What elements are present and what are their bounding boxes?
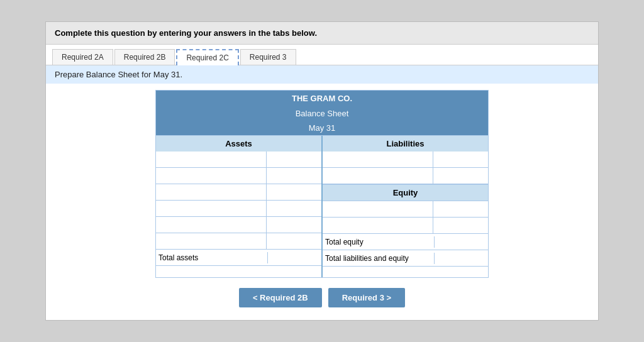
total-assets-input[interactable] bbox=[268, 252, 321, 263]
asset-row-2 bbox=[156, 168, 321, 184]
balance-sheet: THE GRAM CO. Balance Sheet May 31 Assets… bbox=[155, 90, 489, 278]
total-equity-row: Total equity bbox=[323, 234, 488, 250]
asset-value-1[interactable] bbox=[267, 152, 321, 167]
total-liab-equity-label: Total liabilities and equity bbox=[323, 253, 435, 264]
asset-value-input-2[interactable] bbox=[267, 168, 321, 184]
asset-value-input-3[interactable] bbox=[267, 184, 321, 200]
liab-row-2 bbox=[323, 168, 488, 184]
tab-2a[interactable]: Required 2A bbox=[52, 49, 113, 65]
asset-value-input-4[interactable] bbox=[267, 201, 321, 216]
liab-value-input-2[interactable] bbox=[433, 168, 488, 184]
asset-value-2[interactable] bbox=[267, 168, 321, 184]
asset-label-4[interactable] bbox=[156, 201, 267, 216]
asset-value-4[interactable] bbox=[267, 201, 321, 216]
bs-columns-header: Assets Liabilities bbox=[156, 135, 488, 152]
liab-label-input-2[interactable] bbox=[323, 168, 433, 184]
asset-row-3 bbox=[156, 184, 321, 201]
liabilities-equity-panel: Equity Total equity bbox=[323, 152, 488, 277]
total-liab-equity-input[interactable] bbox=[435, 253, 488, 264]
asset-label-2[interactable] bbox=[156, 168, 267, 184]
asset-row-5 bbox=[156, 217, 321, 233]
asset-label-5[interactable] bbox=[156, 217, 267, 233]
equity-value-input-1[interactable] bbox=[433, 201, 488, 217]
asset-label-input-6[interactable] bbox=[156, 233, 266, 249]
total-assets-value[interactable] bbox=[268, 252, 321, 263]
assets-panel: Total assets bbox=[156, 152, 323, 277]
instruction-bar: Complete this question by entering your … bbox=[46, 22, 598, 45]
asset-value-input-5[interactable] bbox=[267, 217, 321, 233]
asset-label-input-5[interactable] bbox=[156, 217, 266, 233]
section-header: Prepare Balance Sheet for May 31. bbox=[46, 65, 598, 84]
asset-label-input-2[interactable] bbox=[156, 168, 266, 184]
bs-date: May 31 bbox=[156, 121, 488, 135]
total-equity-value[interactable] bbox=[435, 236, 488, 248]
equity-row-2 bbox=[323, 218, 488, 234]
asset-row-6 bbox=[156, 233, 321, 250]
asset-row-1 bbox=[156, 152, 321, 168]
asset-row-4 bbox=[156, 201, 321, 217]
col-assets-header: Assets bbox=[156, 136, 323, 152]
liab-value-input-1[interactable] bbox=[433, 152, 488, 167]
bs-body: Total assets bbox=[156, 152, 488, 277]
equity-label-2[interactable] bbox=[323, 218, 433, 233]
tab-2c[interactable]: Required 2C bbox=[176, 49, 238, 65]
equity-label-1[interactable] bbox=[323, 201, 433, 217]
asset-label-input-1[interactable] bbox=[156, 152, 266, 167]
asset-label-1[interactable] bbox=[156, 152, 267, 167]
total-equity-label: Total equity bbox=[323, 236, 435, 248]
total-assets-row: Total assets bbox=[156, 250, 321, 266]
tabs-bar: Required 2A Required 2B Required 2C Requ… bbox=[46, 45, 598, 65]
asset-value-6[interactable] bbox=[267, 233, 321, 249]
liab-value-2[interactable] bbox=[433, 168, 488, 184]
total-liab-equity-value[interactable] bbox=[435, 253, 488, 264]
bs-subtitle: Balance Sheet bbox=[156, 106, 488, 121]
equity-value-2[interactable] bbox=[433, 218, 488, 233]
equity-label-row: Equity bbox=[323, 184, 488, 201]
equity-value-1[interactable] bbox=[433, 201, 488, 217]
prev-button[interactable]: < Required 2B bbox=[239, 288, 322, 307]
asset-value-5[interactable] bbox=[267, 217, 321, 233]
liab-label-input-1[interactable] bbox=[323, 152, 433, 167]
content-area: THE GRAM CO. Balance Sheet May 31 Assets… bbox=[46, 84, 598, 320]
asset-label-input-4[interactable] bbox=[156, 201, 266, 216]
tab-3[interactable]: Required 3 bbox=[240, 49, 296, 65]
liab-label-2[interactable] bbox=[323, 168, 433, 184]
nav-buttons: < Required 2B Required 3 > bbox=[58, 288, 586, 307]
equity-value-input-2[interactable] bbox=[433, 218, 488, 233]
instruction-text: Complete this question by entering your … bbox=[55, 28, 317, 38]
asset-label-input-3[interactable] bbox=[156, 184, 266, 200]
col-liabilities-header: Liabilities bbox=[323, 136, 488, 152]
equity-row-1 bbox=[323, 201, 488, 218]
asset-value-3[interactable] bbox=[267, 184, 321, 200]
next-button[interactable]: Required 3 > bbox=[328, 288, 405, 307]
equity-label-input-2[interactable] bbox=[323, 218, 433, 233]
liab-row-1 bbox=[323, 152, 488, 168]
total-assets-label: Total assets bbox=[156, 252, 268, 263]
page-container: Complete this question by entering your … bbox=[45, 21, 599, 321]
liab-label-1[interactable] bbox=[323, 152, 433, 167]
bs-title: THE GRAM CO. bbox=[156, 91, 488, 106]
asset-label-3[interactable] bbox=[156, 184, 267, 200]
equity-label-input-1[interactable] bbox=[323, 201, 433, 217]
total-liab-equity-row: Total liabilities and equity bbox=[323, 250, 488, 267]
asset-label-6[interactable] bbox=[156, 233, 267, 249]
total-equity-input[interactable] bbox=[435, 236, 488, 248]
liab-value-1[interactable] bbox=[433, 152, 488, 167]
tab-2b[interactable]: Required 2B bbox=[114, 49, 175, 65]
asset-value-input-1[interactable] bbox=[267, 152, 321, 167]
asset-value-input-6[interactable] bbox=[267, 233, 321, 249]
